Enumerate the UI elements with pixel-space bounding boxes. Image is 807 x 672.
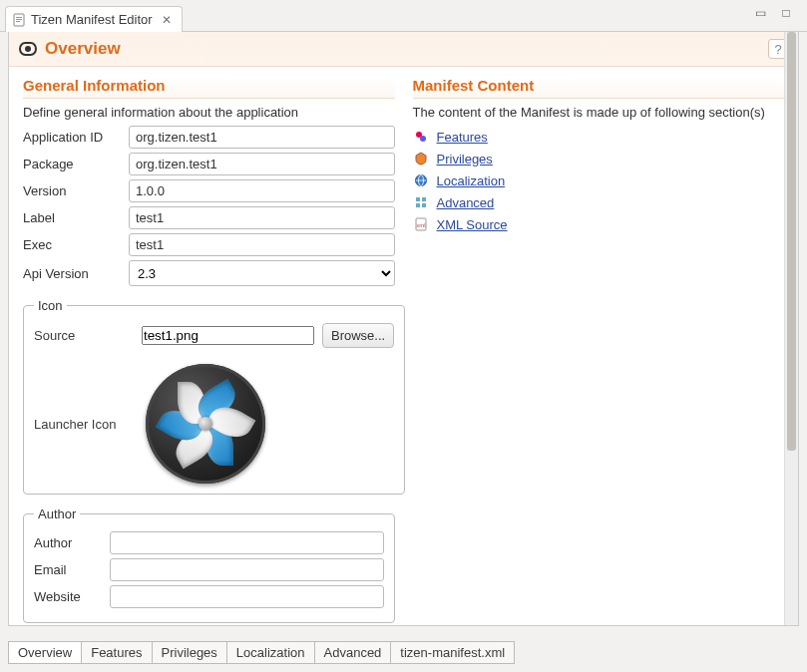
- launcher-icon-preview: [146, 364, 265, 484]
- svg-rect-12: [422, 203, 426, 207]
- xml-source-icon: xml: [413, 216, 429, 232]
- label-package: Package: [23, 157, 123, 171]
- author-fieldset: Author Author Email Website: [23, 506, 395, 623]
- maximize-button[interactable]: □: [779, 6, 793, 20]
- input-website[interactable]: [110, 585, 384, 608]
- input-email[interactable]: [110, 558, 384, 581]
- tab-localization[interactable]: Localization: [226, 641, 314, 664]
- input-exec[interactable]: [129, 233, 395, 256]
- input-package[interactable]: [129, 153, 395, 175]
- localization-icon: [413, 172, 429, 188]
- label-launcher-icon: Launcher Icon: [34, 417, 134, 432]
- vertical-scrollbar[interactable]: [784, 32, 798, 625]
- author-legend: Author: [34, 506, 80, 521]
- label-app-id: Application ID: [23, 130, 123, 145]
- svg-rect-3: [16, 21, 20, 22]
- tab-xml[interactable]: tizen-manifest.xml: [390, 641, 515, 664]
- tab-overview[interactable]: Overview: [8, 641, 81, 664]
- svg-point-5: [420, 136, 426, 142]
- input-author[interactable]: [110, 531, 384, 554]
- pinwheel-icon: [161, 379, 250, 469]
- svg-text:xml: xml: [416, 222, 425, 228]
- tab-privileges[interactable]: Privileges: [152, 641, 226, 664]
- link-localization[interactable]: Localization: [437, 173, 506, 188]
- editor-tab-bar: Tizen Manifest Editor ✕: [0, 0, 807, 32]
- manifest-desc: The content of the Manifest is made up o…: [413, 105, 785, 120]
- icon-legend: Icon: [34, 298, 67, 313]
- bottom-tab-bar: Overview Features Privileges Localizatio…: [8, 641, 515, 664]
- browse-button[interactable]: Browse...: [322, 323, 394, 348]
- label-label: Label: [23, 210, 123, 225]
- advanced-icon: [413, 194, 429, 210]
- select-api-version[interactable]: 2.3: [129, 260, 395, 286]
- general-desc: Define general information about the app…: [23, 105, 395, 120]
- svg-rect-10: [422, 197, 426, 201]
- content-area: Overview ? General Information Define ge…: [8, 32, 799, 626]
- label-website: Website: [34, 589, 104, 604]
- svg-rect-2: [16, 19, 22, 20]
- scrollbar-thumb[interactable]: [787, 32, 796, 451]
- label-exec: Exec: [23, 237, 123, 252]
- tab-features[interactable]: Features: [81, 641, 151, 664]
- eye-icon: [19, 42, 37, 56]
- minimize-button[interactable]: ▭: [753, 6, 767, 20]
- file-icon: [12, 13, 26, 27]
- editor-tab-label: Tizen Manifest Editor: [31, 12, 153, 27]
- svg-rect-11: [416, 203, 420, 207]
- icon-fieldset: Icon Source Browse... Launcher Icon: [23, 298, 405, 495]
- label-email: Email: [34, 562, 104, 577]
- features-icon: [413, 129, 429, 145]
- manifest-section-title: Manifest Content: [413, 77, 785, 99]
- input-app-id[interactable]: [129, 126, 395, 149]
- input-version[interactable]: [129, 179, 395, 202]
- page-title: Overview: [45, 39, 121, 59]
- link-privileges[interactable]: Privileges: [437, 152, 493, 167]
- link-advanced[interactable]: Advanced: [437, 195, 495, 210]
- overview-header: Overview ?: [9, 32, 798, 67]
- link-features[interactable]: Features: [437, 130, 488, 145]
- privileges-icon: [413, 151, 429, 167]
- manifest-column: Manifest Content The content of the Mani…: [413, 77, 785, 605]
- label-api-version: Api Version: [23, 266, 123, 281]
- editor-tab-manifest[interactable]: Tizen Manifest Editor ✕: [5, 6, 183, 32]
- input-icon-source[interactable]: [142, 326, 314, 345]
- svg-rect-1: [16, 17, 22, 18]
- tab-advanced[interactable]: Advanced: [314, 641, 391, 664]
- close-tab-icon[interactable]: ✕: [162, 13, 172, 27]
- label-version: Version: [23, 183, 123, 198]
- label-icon-source: Source: [34, 328, 134, 343]
- input-label[interactable]: [129, 206, 395, 229]
- label-author: Author: [34, 535, 104, 550]
- link-xml-source[interactable]: XML Source: [437, 217, 508, 232]
- general-section-title: General Information: [23, 77, 395, 99]
- general-column: General Information Define general infor…: [23, 77, 395, 605]
- svg-rect-9: [416, 197, 420, 201]
